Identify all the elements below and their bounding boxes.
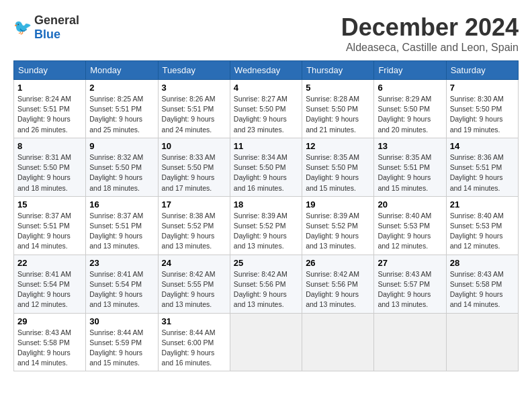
calendar-week-row: 29 Sunrise: 8:43 AMSunset: 5:58 PMDaylig… <box>14 313 519 371</box>
table-row: 23 Sunrise: 8:41 AMSunset: 5:54 PMDaylig… <box>86 255 158 313</box>
table-row: 13 Sunrise: 8:35 AMSunset: 5:51 PMDaylig… <box>374 138 446 196</box>
day-number: 3 <box>162 83 226 93</box>
table-row: 3 Sunrise: 8:26 AMSunset: 5:51 PMDayligh… <box>158 80 230 138</box>
day-number: 1 <box>17 83 82 93</box>
logo-general-text: General <box>34 13 79 27</box>
day-number: 2 <box>89 83 154 93</box>
table-row: 11 Sunrise: 8:34 AMSunset: 5:50 PMDaylig… <box>230 138 302 196</box>
table-row: 16 Sunrise: 8:37 AMSunset: 5:51 PMDaylig… <box>86 196 158 255</box>
month-title: December 2024 <box>341 13 519 42</box>
calendar-header-row: Sunday Monday Tuesday Wednesday Thursday… <box>14 61 519 80</box>
day-number: 12 <box>306 141 370 151</box>
logo: 🐦 General Blue <box>13 13 79 42</box>
day-info: Sunrise: 8:31 AMSunset: 5:50 PMDaylight:… <box>17 153 71 192</box>
table-row: 8 Sunrise: 8:31 AMSunset: 5:50 PMDayligh… <box>14 138 86 196</box>
col-saturday: Saturday <box>446 61 518 80</box>
calendar-table: Sunday Monday Tuesday Wednesday Thursday… <box>13 60 519 371</box>
day-info: Sunrise: 8:35 AMSunset: 5:50 PMDaylight:… <box>306 153 359 192</box>
day-info: Sunrise: 8:28 AMSunset: 5:50 PMDaylight:… <box>306 95 359 134</box>
col-sunday: Sunday <box>14 61 86 80</box>
calendar-week-row: 15 Sunrise: 8:37 AMSunset: 5:51 PMDaylig… <box>14 196 519 255</box>
table-row: 25 Sunrise: 8:42 AMSunset: 5:56 PMDaylig… <box>230 255 302 313</box>
title-area: December 2024 Aldeaseca, Castille and Le… <box>341 13 519 54</box>
page-header: 🐦 General Blue December 2024 Aldeaseca, … <box>13 13 519 54</box>
day-number: 19 <box>306 199 370 210</box>
table-row: 12 Sunrise: 8:35 AMSunset: 5:50 PMDaylig… <box>302 138 374 196</box>
day-number: 25 <box>234 258 298 268</box>
table-row: 1 Sunrise: 8:24 AMSunset: 5:51 PMDayligh… <box>14 80 86 138</box>
day-info: Sunrise: 8:44 AMSunset: 6:00 PMDaylight:… <box>162 328 216 367</box>
day-info: Sunrise: 8:29 AMSunset: 5:50 PMDaylight:… <box>378 95 431 134</box>
day-number: 8 <box>17 141 82 151</box>
col-monday: Monday <box>86 61 158 80</box>
day-number: 23 <box>89 258 154 268</box>
day-info: Sunrise: 8:32 AMSunset: 5:50 PMDaylight:… <box>89 153 143 192</box>
table-row: 4 Sunrise: 8:27 AMSunset: 5:50 PMDayligh… <box>230 80 302 138</box>
day-info: Sunrise: 8:24 AMSunset: 5:51 PMDaylight:… <box>17 95 71 134</box>
day-number: 11 <box>234 141 298 151</box>
day-info: Sunrise: 8:25 AMSunset: 5:51 PMDaylight:… <box>89 95 143 134</box>
day-info: Sunrise: 8:41 AMSunset: 5:54 PMDaylight:… <box>17 270 71 309</box>
day-info: Sunrise: 8:41 AMSunset: 5:54 PMDaylight:… <box>89 270 143 309</box>
day-number: 27 <box>378 258 442 268</box>
day-number: 16 <box>89 199 154 210</box>
table-row: 15 Sunrise: 8:37 AMSunset: 5:51 PMDaylig… <box>14 196 86 255</box>
col-friday: Friday <box>374 61 446 80</box>
day-info: Sunrise: 8:36 AMSunset: 5:51 PMDaylight:… <box>450 153 504 192</box>
col-wednesday: Wednesday <box>230 61 302 80</box>
day-number: 28 <box>450 258 515 268</box>
logo-blue-text: Blue <box>34 28 60 41</box>
table-row: 18 Sunrise: 8:39 AMSunset: 5:52 PMDaylig… <box>230 196 302 255</box>
table-row: 19 Sunrise: 8:39 AMSunset: 5:52 PMDaylig… <box>302 196 374 255</box>
day-number: 21 <box>450 199 515 210</box>
day-number: 22 <box>17 258 82 268</box>
day-number: 24 <box>162 258 226 268</box>
table-row: 20 Sunrise: 8:40 AMSunset: 5:53 PMDaylig… <box>374 196 446 255</box>
day-number: 10 <box>162 141 226 151</box>
table-row: 27 Sunrise: 8:43 AMSunset: 5:57 PMDaylig… <box>374 255 446 313</box>
day-info: Sunrise: 8:26 AMSunset: 5:51 PMDaylight:… <box>162 95 216 134</box>
table-row: 22 Sunrise: 8:41 AMSunset: 5:54 PMDaylig… <box>14 255 86 313</box>
day-number: 30 <box>89 316 154 326</box>
table-row: 26 Sunrise: 8:42 AMSunset: 5:56 PMDaylig… <box>302 255 374 313</box>
day-number: 6 <box>378 83 442 93</box>
table-row: 29 Sunrise: 8:43 AMSunset: 5:58 PMDaylig… <box>14 313 86 371</box>
day-number: 29 <box>17 316 82 326</box>
day-number: 5 <box>306 83 370 93</box>
day-info: Sunrise: 8:44 AMSunset: 5:59 PMDaylight:… <box>89 328 143 367</box>
day-info: Sunrise: 8:37 AMSunset: 5:51 PMDaylight:… <box>17 212 71 250</box>
day-info: Sunrise: 8:43 AMSunset: 5:58 PMDaylight:… <box>17 328 71 367</box>
day-info: Sunrise: 8:40 AMSunset: 5:53 PMDaylight:… <box>450 212 504 250</box>
table-row: 21 Sunrise: 8:40 AMSunset: 5:53 PMDaylig… <box>446 196 518 255</box>
table-row: 6 Sunrise: 8:29 AMSunset: 5:50 PMDayligh… <box>374 80 446 138</box>
day-number: 13 <box>378 141 442 151</box>
day-info: Sunrise: 8:42 AMSunset: 5:56 PMDaylight:… <box>306 270 359 309</box>
day-info: Sunrise: 8:39 AMSunset: 5:52 PMDaylight:… <box>234 212 287 250</box>
day-number: 7 <box>450 83 515 93</box>
day-number: 15 <box>17 199 82 210</box>
logo-bird-icon: 🐦 <box>13 19 32 36</box>
col-tuesday: Tuesday <box>158 61 230 80</box>
table-row: 28 Sunrise: 8:43 AMSunset: 5:58 PMDaylig… <box>446 255 518 313</box>
day-info: Sunrise: 8:34 AMSunset: 5:50 PMDaylight:… <box>234 153 287 192</box>
location-text: Aldeaseca, Castille and Leon, Spain <box>341 42 519 54</box>
day-info: Sunrise: 8:37 AMSunset: 5:51 PMDaylight:… <box>89 212 143 250</box>
table-row <box>446 313 518 371</box>
day-info: Sunrise: 8:33 AMSunset: 5:50 PMDaylight:… <box>162 153 216 192</box>
day-info: Sunrise: 8:27 AMSunset: 5:50 PMDaylight:… <box>234 95 287 134</box>
day-number: 26 <box>306 258 370 268</box>
table-row: 24 Sunrise: 8:42 AMSunset: 5:55 PMDaylig… <box>158 255 230 313</box>
day-number: 4 <box>234 83 298 93</box>
table-row: 31 Sunrise: 8:44 AMSunset: 6:00 PMDaylig… <box>158 313 230 371</box>
day-number: 20 <box>378 199 442 210</box>
day-number: 17 <box>162 199 226 210</box>
table-row: 30 Sunrise: 8:44 AMSunset: 5:59 PMDaylig… <box>86 313 158 371</box>
table-row: 7 Sunrise: 8:30 AMSunset: 5:50 PMDayligh… <box>446 80 518 138</box>
day-info: Sunrise: 8:40 AMSunset: 5:53 PMDaylight:… <box>378 212 431 250</box>
day-number: 31 <box>162 316 226 326</box>
day-info: Sunrise: 8:43 AMSunset: 5:58 PMDaylight:… <box>450 270 504 309</box>
day-info: Sunrise: 8:35 AMSunset: 5:51 PMDaylight:… <box>378 153 431 192</box>
day-number: 14 <box>450 141 515 151</box>
day-info: Sunrise: 8:43 AMSunset: 5:57 PMDaylight:… <box>378 270 431 309</box>
table-row: 17 Sunrise: 8:38 AMSunset: 5:52 PMDaylig… <box>158 196 230 255</box>
